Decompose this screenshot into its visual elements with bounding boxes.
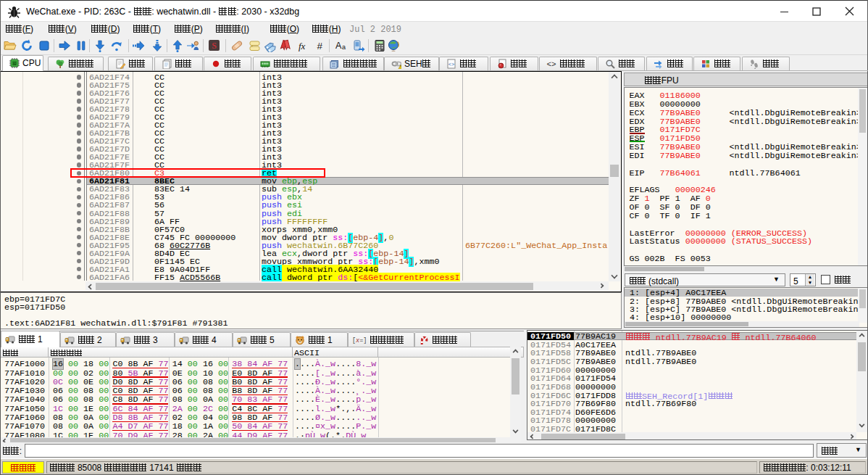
svg-text:S: S: [212, 41, 217, 51]
svg-text:fx: fx: [299, 41, 306, 51]
svg-text:#: #: [317, 41, 323, 51]
svg-text:A: A: [335, 41, 342, 51]
svg-text:!: !: [400, 65, 401, 69]
svg-text:<>: <>: [448, 62, 454, 67]
svg-text:a: a: [342, 44, 346, 51]
svg-text:<>: <>: [546, 60, 556, 69]
svg-text:[x=]: [x=]: [352, 337, 367, 344]
svg-text:32: 32: [12, 62, 17, 66]
